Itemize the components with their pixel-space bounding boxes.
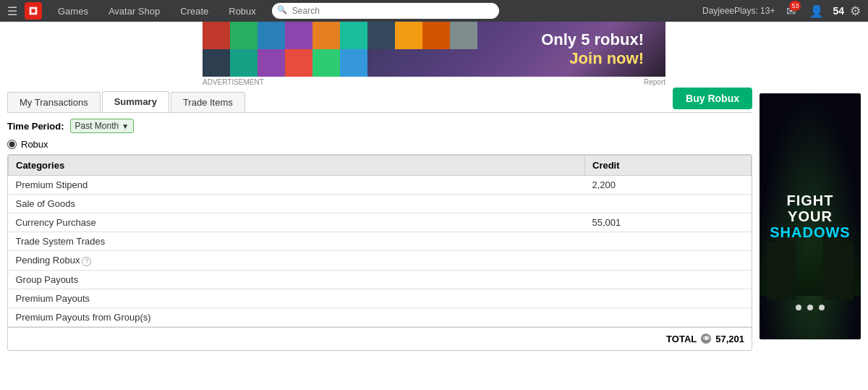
total-value: 57,201 bbox=[715, 334, 744, 344]
sidebar-ad-image: FIGHT YOUR SHADOWS bbox=[760, 93, 861, 339]
nav-robux[interactable]: Robux bbox=[220, 3, 265, 20]
nav-games[interactable]: Games bbox=[49, 3, 97, 20]
col-categories: Categories bbox=[9, 156, 585, 176]
settings-icon[interactable]: ⚙ bbox=[850, 4, 861, 19]
credit-cell bbox=[585, 289, 752, 308]
sidebar-ad: FIGHT YOUR SHADOWS bbox=[760, 93, 861, 351]
nav-links: Games Avatar Shop Create Robux bbox=[49, 3, 265, 20]
tabs: My Transactions Summary Trade Items bbox=[7, 91, 247, 112]
robux-count: 54 bbox=[833, 5, 844, 17]
credit-cell bbox=[585, 308, 752, 326]
robux-radio-label: Robux bbox=[21, 139, 48, 150]
roblox-logo[interactable] bbox=[25, 2, 42, 20]
sidebar-ad-line3: SHADOWS bbox=[770, 224, 850, 240]
sidebar-ad-lights bbox=[796, 305, 825, 310]
messages-badge: 53 bbox=[789, 1, 801, 11]
credit-cell bbox=[585, 270, 752, 289]
tab-bar: My Transactions Summary Trade Items Buy … bbox=[7, 88, 752, 113]
period-value: Past Month bbox=[75, 121, 119, 131]
category-cell: Currency Purchase bbox=[9, 213, 585, 232]
credit-cell bbox=[585, 251, 752, 271]
col-credit: Credit bbox=[585, 156, 752, 176]
summary-table-container: Categories Credit Premium Stipend2,200Sa… bbox=[7, 154, 752, 351]
credit-cell bbox=[585, 195, 752, 213]
dropdown-arrow-icon: ▼ bbox=[122, 122, 129, 130]
ad-shapes bbox=[203, 22, 480, 77]
total-eye-icon: 👁 bbox=[701, 334, 711, 344]
credit-cell: 2,200 bbox=[585, 176, 752, 195]
filter-row: Time Period: Past Month ▼ bbox=[7, 119, 752, 133]
table-row: Currency Purchase55,001 bbox=[9, 213, 752, 232]
messages-button[interactable]: ✉ 53 bbox=[780, 1, 801, 21]
buy-robux-button[interactable]: Buy Robux bbox=[673, 88, 752, 109]
category-cell: Sale of Goods bbox=[9, 195, 585, 213]
light-dot-3 bbox=[819, 305, 825, 310]
tab-trade-items[interactable]: Trade Items bbox=[171, 92, 245, 112]
total-label: TOTAL bbox=[666, 334, 697, 344]
top-navigation: ☰ Games Avatar Shop Create Robux Dayjeee… bbox=[0, 0, 868, 22]
main-content: My Transactions Summary Trade Items Buy … bbox=[7, 88, 752, 351]
credit-cell bbox=[585, 232, 752, 251]
table-row: Trade System Trades bbox=[9, 232, 752, 251]
category-cell: Pending Robux? bbox=[9, 251, 585, 271]
table-row: Pending Robux? bbox=[9, 251, 752, 271]
tab-my-transactions[interactable]: My Transactions bbox=[7, 92, 101, 112]
period-select[interactable]: Past Month ▼ bbox=[70, 119, 135, 133]
sidebar-ad-line1: FIGHT bbox=[786, 192, 833, 208]
nav-create[interactable]: Create bbox=[171, 3, 217, 20]
robux-radio[interactable] bbox=[7, 140, 17, 149]
search-container bbox=[272, 3, 499, 19]
radio-row: Robux bbox=[7, 139, 752, 150]
table-row: Sale of Goods bbox=[9, 195, 752, 213]
table-row: Premium Payouts bbox=[9, 289, 752, 308]
category-cell: Premium Payouts bbox=[9, 289, 585, 308]
advertisement-label: ADVERTISEMENT bbox=[203, 78, 264, 86]
table-row: Premium Stipend2,200 bbox=[9, 176, 752, 195]
sidebar-ad-line2: YOUR bbox=[788, 208, 833, 224]
table-row: Premium Payouts from Group(s) bbox=[9, 308, 752, 326]
ad-text: Only 5 robux!Join now! bbox=[541, 30, 644, 69]
tab-summary[interactable]: Summary bbox=[102, 91, 169, 112]
info-icon[interactable]: ? bbox=[82, 257, 91, 266]
ad-banner: Only 5 robux!Join now! bbox=[203, 22, 665, 77]
category-cell: Premium Payouts from Group(s) bbox=[9, 308, 585, 326]
ad-container: Only 5 robux!Join now! ADVERTISEMENT Rep… bbox=[203, 22, 665, 88]
ad-footer: ADVERTISEMENT Report bbox=[203, 77, 665, 88]
category-cell: Premium Stipend bbox=[9, 176, 585, 195]
topnav-right: DayjeeePlays: 13+ ✉ 53 👤 54 ⚙ bbox=[702, 1, 861, 21]
category-cell: Trade System Trades bbox=[9, 232, 585, 251]
category-cell: Group Payouts bbox=[9, 270, 585, 289]
sidebar-ad-text: FIGHT YOUR SHADOWS bbox=[770, 192, 850, 240]
total-row: TOTAL 👁 57,201 bbox=[8, 327, 752, 350]
avatar-icon: 👤 bbox=[809, 4, 824, 18]
main-layout: My Transactions Summary Trade Items Buy … bbox=[0, 88, 868, 351]
username-label: DayjeeePlays: 13+ bbox=[702, 6, 775, 16]
light-dot-2 bbox=[807, 305, 813, 310]
avatar-icon-button[interactable]: 👤 bbox=[807, 1, 827, 21]
search-input[interactable] bbox=[272, 3, 499, 19]
hamburger-icon[interactable]: ☰ bbox=[7, 4, 17, 18]
nav-avatar-shop[interactable]: Avatar Shop bbox=[100, 3, 169, 20]
light-dot-1 bbox=[796, 305, 801, 310]
table-row: Group Payouts bbox=[9, 270, 752, 289]
report-link[interactable]: Report bbox=[644, 78, 665, 86]
time-period-label: Time Period: bbox=[7, 121, 64, 132]
credit-cell: 55,001 bbox=[585, 213, 752, 232]
summary-table: Categories Credit Premium Stipend2,200Sa… bbox=[8, 155, 752, 327]
